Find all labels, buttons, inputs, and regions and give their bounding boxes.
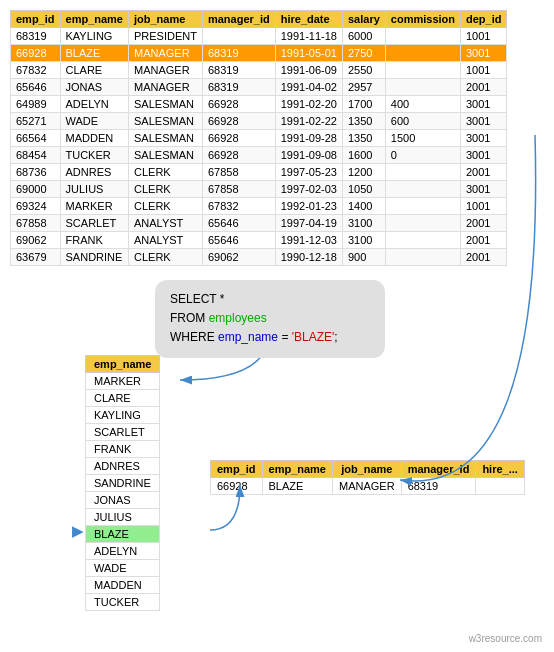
cell-emp_id: 66564 — [11, 130, 61, 147]
cell-commission — [385, 198, 460, 215]
cell-hire_date: 1991-09-28 — [275, 130, 342, 147]
result-cell — [476, 478, 524, 495]
cell-salary: 2550 — [343, 62, 386, 79]
list-item: CLARE — [86, 390, 160, 407]
cell-manager_id: 68319 — [202, 62, 275, 79]
table-row: 69000JULIUSCLERK678581997-02-0310503001 — [11, 181, 507, 198]
result-col-header: hire_... — [476, 461, 524, 478]
result-cell: 66928 — [211, 478, 263, 495]
cell-dep_id: 3001 — [461, 113, 507, 130]
cell-emp_id: 65271 — [11, 113, 61, 130]
cell-job_name: ANALYST — [129, 232, 203, 249]
cell-manager_id: 66928 — [202, 147, 275, 164]
cell-manager_id: 67858 — [202, 181, 275, 198]
cell-job_name: CLERK — [129, 249, 203, 266]
table-row: 68736ADNRESCLERK678581997-05-2312002001 — [11, 164, 507, 181]
cell-commission — [385, 249, 460, 266]
list-item: TUCKER — [86, 594, 160, 611]
cell-hire_date: 1992-01-23 — [275, 198, 342, 215]
main-col-header-hire_date: hire_date — [275, 11, 342, 28]
result-cell: MANAGER — [333, 478, 402, 495]
result-cell: BLAZE — [262, 478, 332, 495]
emp-name-cell: FRANK — [86, 441, 160, 458]
cell-salary: 1350 — [343, 130, 386, 147]
cell-emp_id: 66928 — [11, 45, 61, 62]
cell-emp_id: 63679 — [11, 249, 61, 266]
emp-list-wrapper: emp_name MARKERCLAREKAYLINGSCARLETFRANKA… — [85, 355, 160, 611]
cell-dep_id: 1001 — [461, 198, 507, 215]
sql-where-keyword: WHERE — [170, 330, 218, 344]
main-table: emp_idemp_namejob_namemanager_idhire_dat… — [10, 10, 507, 266]
list-item: JONAS — [86, 492, 160, 509]
cell-emp_name: BLAZE — [60, 45, 128, 62]
cell-commission — [385, 164, 460, 181]
list-item: SCARLET — [86, 424, 160, 441]
cell-job_name: ANALYST — [129, 215, 203, 232]
cell-manager_id: 65646 — [202, 215, 275, 232]
table-row: 64989ADELYNSALESMAN669281991-02-20170040… — [11, 96, 507, 113]
cell-job_name: CLERK — [129, 164, 203, 181]
emp-list-header: emp_name — [86, 356, 160, 373]
table-row: 69324MARKERCLERK678321992-01-2314001001 — [11, 198, 507, 215]
cell-commission — [385, 79, 460, 96]
cell-manager_id: 66928 — [202, 113, 275, 130]
cell-job_name: SALESMAN — [129, 113, 203, 130]
cell-commission — [385, 45, 460, 62]
emp-name-cell: KAYLING — [86, 407, 160, 424]
cell-emp_id: 68736 — [11, 164, 61, 181]
sql-table-name: employees — [209, 311, 267, 325]
main-col-header-salary: salary — [343, 11, 386, 28]
cell-emp_id: 65646 — [11, 79, 61, 96]
list-item: SANDRINE — [86, 475, 160, 492]
list-item: FRANK — [86, 441, 160, 458]
main-table-body: 68319KAYLINGPRESIDENT1991-11-18600010016… — [11, 28, 507, 266]
cell-dep_id: 3001 — [461, 147, 507, 164]
cell-salary: 1400 — [343, 198, 386, 215]
emp-name-cell: JONAS — [86, 492, 160, 509]
emp-name-cell: BLAZE — [86, 526, 160, 543]
cell-dep_id: 2001 — [461, 164, 507, 181]
main-col-header-emp_name: emp_name — [60, 11, 128, 28]
cell-job_name: SALESMAN — [129, 130, 203, 147]
sql-box: SELECT * FROM employees WHERE emp_name =… — [155, 280, 385, 358]
cell-commission: 400 — [385, 96, 460, 113]
cell-emp_id: 68454 — [11, 147, 61, 164]
emp-name-cell: ADELYN — [86, 543, 160, 560]
emp-name-cell: TUCKER — [86, 594, 160, 611]
sql-operator: = — [278, 330, 292, 344]
cell-salary: 2750 — [343, 45, 386, 62]
cell-hire_date: 1991-02-20 — [275, 96, 342, 113]
table-row: 66564MADDENSALESMAN669281991-09-28135015… — [11, 130, 507, 147]
cell-hire_date: 1997-05-23 — [275, 164, 342, 181]
sql-value: 'BLAZE' — [292, 330, 335, 344]
list-item: BLAZE — [86, 526, 160, 543]
cell-dep_id: 2001 — [461, 249, 507, 266]
cell-manager_id: 68319 — [202, 79, 275, 96]
sql-select: SELECT * — [170, 292, 224, 306]
emp-name-cell: SCARLET — [86, 424, 160, 441]
cell-emp_name: SCARLET — [60, 215, 128, 232]
cell-job_name: PRESIDENT — [129, 28, 203, 45]
cell-emp_id: 67858 — [11, 215, 61, 232]
main-col-header-job_name: job_name — [129, 11, 203, 28]
table-row: 63679SANDRINECLERK690621990-12-189002001 — [11, 249, 507, 266]
cell-dep_id: 1001 — [461, 62, 507, 79]
cell-hire_date: 1997-02-03 — [275, 181, 342, 198]
cell-hire_date: 1991-04-02 — [275, 79, 342, 96]
cell-commission — [385, 232, 460, 249]
cell-salary: 1350 — [343, 113, 386, 130]
table-row: 68319KAYLINGPRESIDENT1991-11-1860001001 — [11, 28, 507, 45]
emp-name-cell: ADNRES — [86, 458, 160, 475]
cell-emp_id: 68319 — [11, 28, 61, 45]
cell-hire_date: 1997-04-19 — [275, 215, 342, 232]
cell-manager_id — [202, 28, 275, 45]
list-item: MADDEN — [86, 577, 160, 594]
cell-emp_name: MARKER — [60, 198, 128, 215]
cell-job_name: MANAGER — [129, 45, 203, 62]
emp-list-body: MARKERCLAREKAYLINGSCARLETFRANKADNRESSAND… — [86, 373, 160, 611]
emp-name-cell: JULIUS — [86, 509, 160, 526]
list-item: ADELYN — [86, 543, 160, 560]
cell-manager_id: 68319 — [202, 45, 275, 62]
cell-emp_id: 69062 — [11, 232, 61, 249]
result-row: 66928BLAZEMANAGER68319 — [211, 478, 525, 495]
